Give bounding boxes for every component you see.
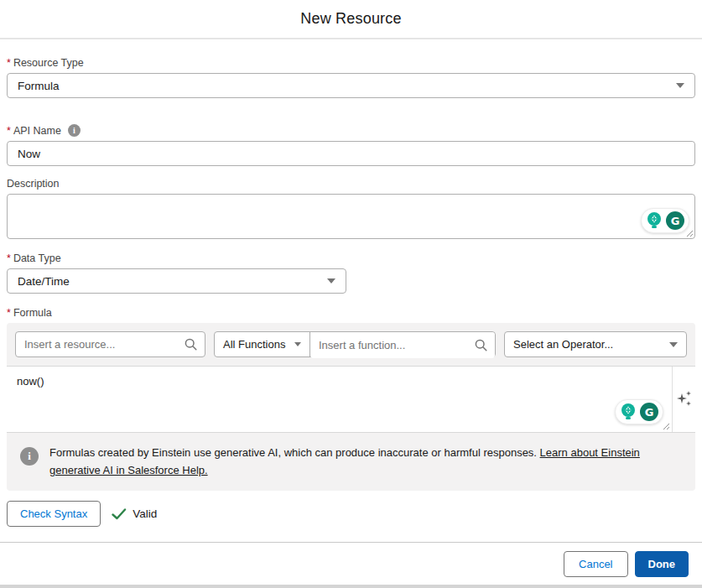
info-icon[interactable]: i	[68, 124, 81, 137]
description-label: Description	[7, 178, 695, 190]
modal-footer: Cancel Done	[0, 542, 702, 585]
resource-type-label-text: Resource Type	[13, 57, 84, 69]
formula-label-text: Formula	[13, 307, 52, 319]
resource-type-label: * Resource Type	[7, 57, 695, 69]
operator-dropdown[interactable]: Select an Operator...	[504, 331, 687, 357]
description-wrapper: G	[7, 194, 695, 239]
function-filter-value: All Functions	[223, 338, 285, 351]
function-filter-dropdown[interactable]: All Functions	[215, 332, 310, 356]
checkmark-icon	[112, 508, 127, 520]
grammarly-widget[interactable]: G	[641, 208, 689, 233]
modal-body: * Resource Type Formula * API Name i Des…	[0, 39, 702, 542]
resize-handle[interactable]	[686, 230, 694, 237]
formula-label: * Formula	[7, 307, 695, 319]
done-button[interactable]: Done	[635, 551, 689, 577]
resource-type-combobox[interactable]: Formula	[7, 73, 695, 98]
new-resource-modal: New Resource * Resource Type Formula * A…	[0, 0, 702, 588]
grammarly-widget[interactable]: G	[615, 399, 663, 424]
chevron-down-icon	[676, 83, 684, 88]
info-icon: i	[20, 447, 39, 466]
formula-toolbar: All Functions Select an Operator	[7, 323, 695, 366]
field-resource-type: * Resource Type Formula	[7, 57, 695, 98]
formula-textarea[interactable]: now()	[7, 367, 672, 432]
required-asterisk: *	[7, 252, 11, 264]
formula-panel: All Functions Select an Operator	[7, 323, 695, 491]
syntax-status-text: Valid	[133, 507, 157, 520]
page-title: New Resource	[300, 10, 401, 28]
syntax-check-row: Check Syntax Valid	[7, 501, 695, 527]
chevron-down-icon	[669, 342, 678, 347]
search-icon	[475, 339, 487, 351]
search-icon	[185, 338, 197, 351]
disclaimer-body: Formulas created by Einstein use generat…	[49, 446, 540, 459]
einstein-sparkle-button[interactable]	[672, 367, 695, 432]
syntax-status: Valid	[112, 507, 157, 520]
formula-editor-row: now() G	[7, 366, 695, 433]
api-name-label: * API Name i	[7, 124, 695, 137]
chevron-down-icon	[294, 342, 301, 346]
data-type-value: Date/Time	[18, 275, 70, 288]
data-type-combobox[interactable]: Date/Time	[7, 268, 346, 294]
grammarly-suggestion-bulb-icon[interactable]	[646, 211, 663, 230]
required-asterisk: *	[7, 307, 11, 319]
data-type-label-text: Data Type	[13, 252, 61, 264]
api-name-label-text: API Name	[13, 125, 61, 137]
field-formula: * Formula All Functions	[7, 307, 695, 491]
field-api-name: * API Name i	[7, 124, 695, 166]
field-description: Description G	[7, 178, 695, 239]
required-asterisk: *	[7, 125, 11, 137]
modal-header: New Resource	[0, 0, 702, 39]
insert-function-searchbox	[310, 332, 495, 358]
insert-function-input[interactable]	[310, 339, 475, 351]
check-syntax-button[interactable]: Check Syntax	[7, 501, 101, 527]
data-type-label: * Data Type	[7, 252, 695, 264]
sparkles-icon	[677, 391, 692, 408]
grammarly-logo-icon[interactable]: G	[640, 403, 658, 421]
resource-type-value: Formula	[18, 80, 60, 92]
chevron-down-icon	[327, 278, 335, 284]
grammarly-suggestion-bulb-icon[interactable]	[620, 403, 637, 421]
required-asterisk: *	[7, 57, 11, 69]
einstein-disclaimer-banner: i Formulas created by Einstein use gener…	[7, 433, 695, 479]
function-group: All Functions	[214, 331, 496, 357]
insert-resource-searchbox	[15, 331, 205, 357]
grammarly-logo-icon[interactable]: G	[666, 211, 684, 230]
operator-value: Select an Operator...	[513, 338, 613, 351]
resize-handle[interactable]	[663, 423, 670, 430]
description-label-text: Description	[7, 178, 60, 190]
modal-bottom-edge	[0, 585, 702, 588]
api-name-input[interactable]	[7, 141, 695, 166]
formula-editor: now() G	[7, 367, 672, 432]
einstein-disclaimer-text: Formulas created by Einstein use generat…	[49, 444, 682, 479]
description-textarea[interactable]	[7, 194, 695, 239]
insert-resource-input[interactable]	[16, 338, 185, 351]
field-data-type: * Data Type Date/Time	[7, 252, 695, 294]
cancel-button[interactable]: Cancel	[564, 551, 627, 577]
